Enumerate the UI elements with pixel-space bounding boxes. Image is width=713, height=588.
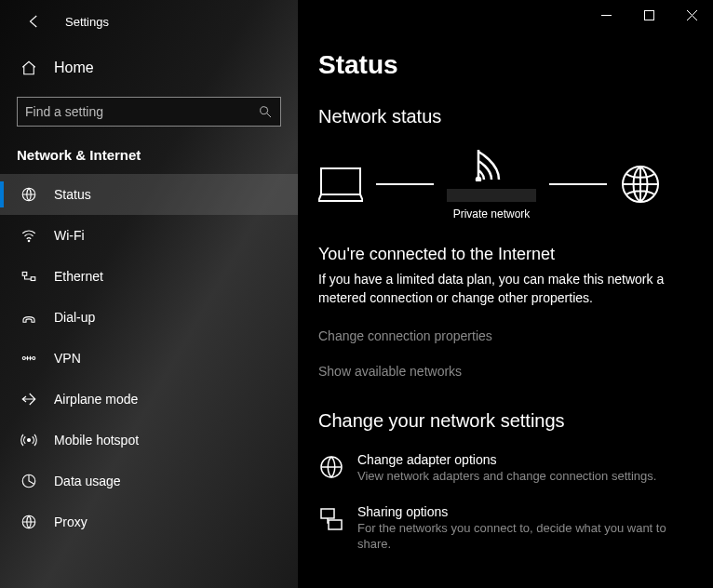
change-network-settings-heading: Change your network settings xyxy=(318,410,693,432)
sidebar-item-airplane[interactable]: Airplane mode xyxy=(0,379,298,420)
sidebar-item-label: Status xyxy=(54,187,91,202)
search-icon xyxy=(258,104,273,119)
sidebar-item-label: Airplane mode xyxy=(54,392,138,407)
sharing-icon xyxy=(318,506,344,532)
svg-rect-3 xyxy=(22,273,27,276)
hotspot-icon xyxy=(20,432,37,448)
adapter-icon xyxy=(318,454,344,480)
svg-point-2 xyxy=(28,240,30,242)
back-icon[interactable] xyxy=(26,13,43,30)
sidebar-item-proxy[interactable]: Proxy xyxy=(0,501,298,542)
minimize-button[interactable] xyxy=(585,0,627,30)
datausage-icon xyxy=(20,473,37,489)
show-available-networks-link[interactable]: Show available networks xyxy=(318,364,693,379)
change-adapter-options[interactable]: Change adapter options View network adap… xyxy=(318,452,693,485)
sidebar-item-datausage[interactable]: Data usage xyxy=(0,461,298,501)
globe-icon xyxy=(620,164,661,205)
sidebar-item-label: Data usage xyxy=(54,474,121,488)
svg-point-5 xyxy=(22,357,25,360)
svg-rect-15 xyxy=(321,509,334,518)
svg-rect-4 xyxy=(31,277,35,281)
home-icon xyxy=(20,60,37,76)
app-title: Settings xyxy=(65,15,109,29)
svg-point-7 xyxy=(28,439,31,442)
svg-rect-11 xyxy=(321,168,360,194)
option-title: Change adapter options xyxy=(357,452,656,467)
connection-description: If you have a limited data plan, you can… xyxy=(318,270,691,308)
sidebar-item-vpn[interactable]: VPN xyxy=(0,338,298,379)
computer-icon xyxy=(318,166,363,203)
svg-point-12 xyxy=(477,178,480,181)
svg-point-6 xyxy=(33,357,35,360)
svg-rect-10 xyxy=(644,10,653,20)
sidebar-item-wifi[interactable]: Wi-Fi xyxy=(0,215,298,256)
option-desc: For the networks you connect to, decide … xyxy=(357,521,693,553)
wifi-signal-icon xyxy=(473,148,510,181)
svg-rect-16 xyxy=(329,520,342,529)
sidebar-item-label: Ethernet xyxy=(54,269,103,284)
page-title: Status xyxy=(318,50,693,80)
maximize-button[interactable] xyxy=(627,0,670,30)
change-connection-properties-link[interactable]: Change connection properties xyxy=(318,328,693,343)
vpn-icon xyxy=(20,350,37,367)
ethernet-icon xyxy=(20,268,37,285)
proxy-icon xyxy=(20,514,37,530)
search-input-container[interactable] xyxy=(17,97,281,127)
sidebar-item-label: VPN xyxy=(54,351,81,366)
option-desc: View network adapters and change connect… xyxy=(357,469,656,485)
option-title: Sharing options xyxy=(357,504,693,519)
airplane-icon xyxy=(20,391,37,408)
network-diagram: Private network xyxy=(318,148,693,220)
network-name-redacted xyxy=(447,189,536,202)
connection-line xyxy=(549,183,607,185)
sidebar-item-label: Proxy xyxy=(54,514,87,529)
status-icon xyxy=(20,186,37,203)
network-type: Private network xyxy=(453,207,531,220)
network-status-heading: Network status xyxy=(318,106,693,127)
close-button[interactable] xyxy=(670,0,713,30)
connection-line xyxy=(376,183,434,185)
sidebar-item-label: Dial-up xyxy=(54,310,95,325)
sidebar-item-label: Mobile hotspot xyxy=(54,433,139,448)
svg-point-0 xyxy=(261,107,268,114)
connection-heading: You're connected to the Internet xyxy=(318,245,693,264)
dialup-icon xyxy=(20,309,37,326)
category-title: Network & Internet xyxy=(0,140,298,174)
sidebar-item-hotspot[interactable]: Mobile hotspot xyxy=(0,420,298,461)
sharing-options[interactable]: Sharing options For the networks you con… xyxy=(318,504,693,553)
home-label: Home xyxy=(54,60,94,76)
sidebar-item-ethernet[interactable]: Ethernet xyxy=(0,256,298,297)
home-button[interactable]: Home xyxy=(0,50,298,86)
search-input[interactable] xyxy=(25,104,258,119)
sidebar-item-dialup[interactable]: Dial-up xyxy=(0,297,298,338)
sidebar-item-label: Wi-Fi xyxy=(54,228,85,243)
sidebar-item-status[interactable]: Status xyxy=(0,174,298,215)
wifi-icon xyxy=(20,227,37,244)
